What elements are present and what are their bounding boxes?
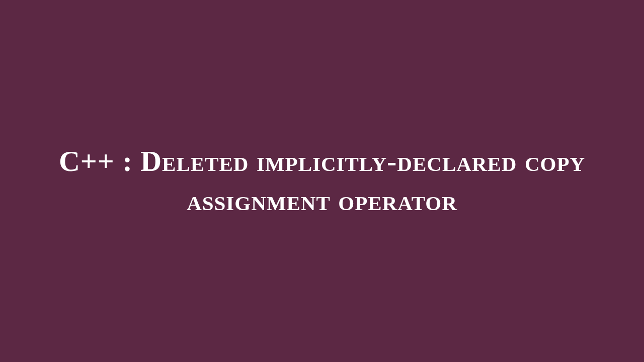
title-text: C++ : Deleted implicitly-declared copy a…	[0, 142, 644, 221]
